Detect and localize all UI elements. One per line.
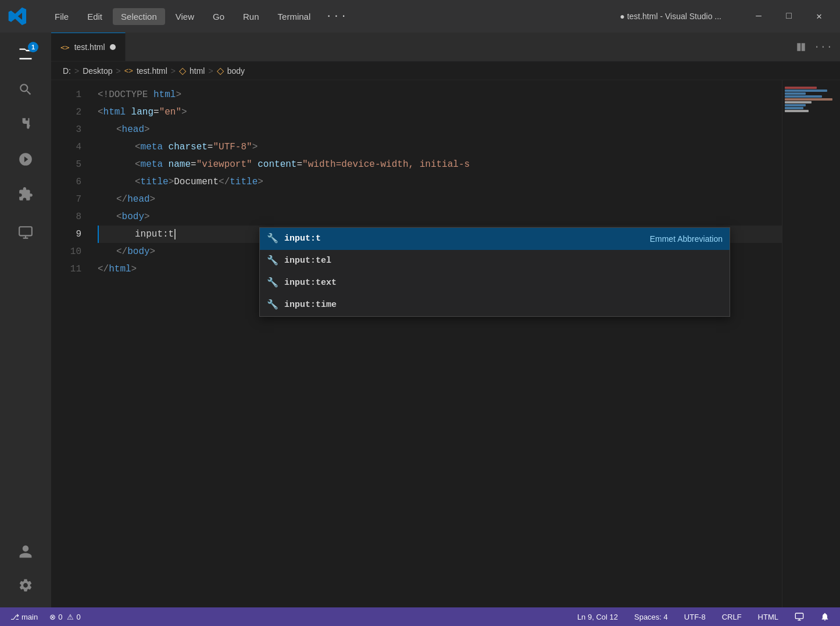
status-right: Ln 9, Col 12 Spaces: 4 UTF-8 CRLF HTML	[574, 612, 833, 621]
minimap-line-8	[785, 107, 803, 109]
autocomplete-label-1: input:tel	[284, 252, 717, 270]
minimap-line-1	[785, 87, 817, 89]
code-line-6: <title>Document</title>	[98, 173, 782, 191]
account-icon[interactable]	[9, 535, 42, 568]
window-controls: — □ ✕	[745, 6, 833, 27]
menu-view[interactable]: View	[167, 8, 202, 25]
code-line-7: </head>	[98, 191, 782, 208]
tab-actions: ···	[791, 33, 840, 61]
breadcrumb-desktop[interactable]: Desktop	[83, 66, 112, 76]
svg-rect-3	[795, 613, 803, 618]
status-position[interactable]: Ln 9, Col 12	[574, 613, 621, 621]
minimap-line-6	[785, 101, 812, 103]
status-language[interactable]: HTML	[755, 613, 782, 621]
emmet-icon: 🔧	[267, 230, 278, 248]
autocomplete-label-2: input:text	[284, 274, 717, 292]
emmet-icon-2: 🔧	[267, 274, 278, 292]
code-line-1: <!DOCTYPE html>	[98, 86, 782, 103]
run-debug-icon[interactable]	[9, 143, 42, 176]
status-bell[interactable]	[817, 612, 833, 621]
minimap-content	[782, 80, 840, 607]
minimap-line-2	[785, 90, 827, 92]
status-remote[interactable]	[791, 612, 807, 621]
split-editor-button[interactable]	[791, 37, 811, 57]
settings-icon[interactable]	[9, 569, 42, 602]
status-spaces[interactable]: Spaces: 4	[631, 613, 671, 621]
autocomplete-item-2[interactable]: 🔧 input:text	[260, 272, 730, 294]
editor-area: <> test.html ··· D: > Desktop > <> test.…	[51, 33, 840, 607]
error-icon: ⊗	[49, 613, 56, 621]
editor-content[interactable]: 1 2 3 4 5 6 7 8 9 10 11 <!DOCTYPE html>	[51, 80, 840, 607]
code-line-3: <head>	[98, 121, 782, 138]
window-title: ● test.html - Visual Studio ...	[620, 12, 721, 21]
source-control-icon[interactable]	[9, 108, 42, 141]
menu-terminal[interactable]: Terminal	[270, 8, 319, 25]
line-numbers: 1 2 3 4 5 6 7 8 9 10 11	[51, 80, 92, 607]
breadcrumb-file[interactable]: test.html	[137, 66, 167, 76]
emmet-icon-1: 🔧	[267, 252, 278, 270]
minimap-line-5	[785, 98, 832, 101]
menu-more[interactable]: ···	[321, 8, 352, 24]
autocomplete-dropdown: 🔧 input:t Emmet Abbreviation 🔧 input:tel…	[259, 227, 730, 317]
status-left: ⎇ main ⊗ 0 ⚠ 0	[7, 613, 84, 621]
breadcrumb-body-icon: ◇	[217, 65, 224, 76]
minimap-line-7	[785, 104, 806, 106]
code-line-4: <meta charset="UTF-8">	[98, 138, 782, 156]
remote-icon	[795, 612, 804, 621]
more-actions-button[interactable]: ···	[813, 37, 833, 57]
remote-explorer-icon[interactable]	[9, 216, 42, 249]
spaces-text: Spaces: 4	[634, 613, 668, 621]
close-button[interactable]: ✕	[805, 6, 833, 27]
status-branch[interactable]: ⎇ main	[7, 613, 41, 621]
breadcrumb-file-icon: <>	[124, 66, 133, 75]
autocomplete-item-0[interactable]: 🔧 input:t Emmet Abbreviation	[260, 228, 730, 250]
menu-bar: File Edit Selection View Go Run Terminal…	[47, 8, 606, 25]
encoding-text: UTF-8	[684, 613, 706, 621]
bell-icon	[820, 612, 830, 621]
menu-run[interactable]: Run	[235, 8, 267, 25]
explorer-icon[interactable]: 1	[9, 38, 42, 71]
autocomplete-item-3[interactable]: 🔧 input:time	[260, 294, 730, 316]
status-bar: ⎇ main ⊗ 0 ⚠ 0 Ln 9, Col 12 Spaces: 4 UT…	[0, 607, 840, 626]
breadcrumb-html[interactable]: html	[190, 66, 205, 76]
status-errors[interactable]: ⊗ 0 ⚠ 0	[46, 613, 84, 621]
activity-bar: 1	[0, 33, 51, 607]
activity-bar-bottom	[9, 534, 42, 603]
tab-modified-dot	[110, 44, 116, 50]
menu-go[interactable]: Go	[205, 8, 233, 25]
minimap-line-3	[785, 92, 806, 95]
language-text: HTML	[758, 613, 778, 621]
minimize-button[interactable]: —	[745, 6, 773, 27]
code-editor[interactable]: <!DOCTYPE html> <html lang="en"> <head> …	[92, 80, 782, 607]
breadcrumb: D: > Desktop > <> test.html > ◇ html > ◇…	[51, 62, 840, 80]
warning-icon: ⚠	[67, 613, 74, 621]
tab-label: test.html	[74, 42, 105, 52]
vscode-logo	[7, 6, 28, 27]
minimap[interactable]	[782, 80, 840, 607]
breadcrumb-drive[interactable]: D:	[63, 66, 71, 76]
error-count: 0	[58, 613, 62, 621]
status-encoding[interactable]: UTF-8	[681, 613, 709, 621]
menu-edit[interactable]: Edit	[79, 8, 110, 25]
autocomplete-label-0: input:t	[284, 230, 644, 248]
tab-file-icon: <>	[60, 43, 70, 52]
maximize-button[interactable]: □	[775, 6, 803, 27]
code-line-5: <meta name="viewport" content="width=dev…	[98, 156, 782, 173]
line-ending-text: CRLF	[722, 613, 742, 621]
extensions-icon[interactable]	[9, 178, 42, 210]
search-icon[interactable]	[9, 73, 42, 106]
status-line-ending[interactable]: CRLF	[719, 613, 745, 621]
warning-count: 0	[76, 613, 80, 621]
autocomplete-detail-0: Emmet Abbreviation	[650, 230, 723, 248]
breadcrumb-body[interactable]: body	[227, 66, 245, 76]
source-control-status-icon: ⎇	[10, 613, 19, 621]
branch-name: main	[22, 613, 38, 621]
autocomplete-item-1[interactable]: 🔧 input:tel	[260, 250, 730, 272]
menu-selection[interactable]: Selection	[113, 8, 165, 25]
tab-test-html[interactable]: <> test.html	[51, 33, 126, 61]
minimap-line-4	[785, 95, 822, 98]
code-line-2: <html lang="en">	[98, 103, 782, 121]
breadcrumb-html-icon: ◇	[179, 65, 186, 76]
menu-file[interactable]: File	[47, 8, 77, 25]
titlebar: File Edit Selection View Go Run Terminal…	[0, 0, 840, 33]
